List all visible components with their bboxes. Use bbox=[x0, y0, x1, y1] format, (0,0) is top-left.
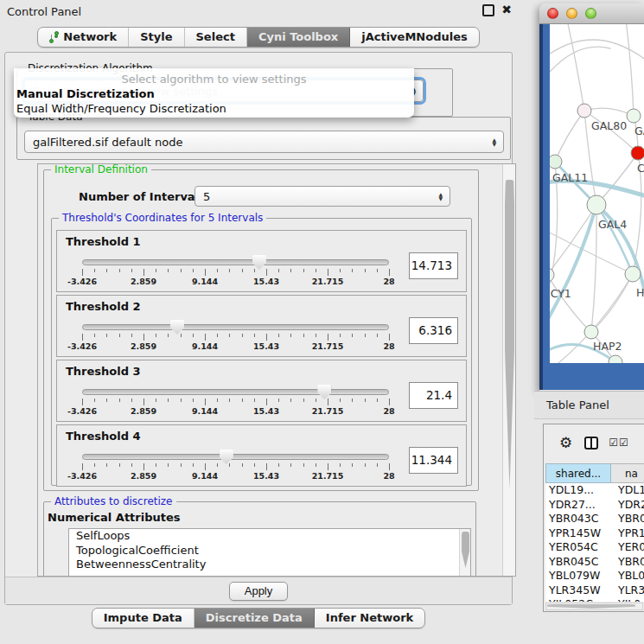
tab-jactivemnodules[interactable]: jActiveMNodules bbox=[350, 28, 479, 47]
close-icon[interactable]: ✖ bbox=[501, 3, 512, 16]
threshold-value-field[interactable]: 6.316 bbox=[409, 317, 458, 344]
table-column-header[interactable]: shared... bbox=[545, 463, 611, 483]
slider-thumb[interactable] bbox=[252, 255, 266, 270]
tab-discretize-data[interactable]: Discretize Data bbox=[194, 609, 315, 628]
table-data-select[interactable]: galFiltered.sif default node ▲▼ bbox=[24, 131, 504, 153]
slider-axis-labels: -3.4262.8599.14415.4321.71528 bbox=[82, 277, 389, 287]
table-row[interactable]: YBR045CYBR0 bbox=[545, 555, 644, 570]
network-canvas[interactable]: GAL80GACGAL11GAL4GCY1HHAP2 bbox=[550, 24, 644, 363]
float-window-icon[interactable] bbox=[482, 4, 494, 16]
threshold-value-field[interactable]: 21.4 bbox=[409, 382, 458, 409]
scrollbar-thumb[interactable] bbox=[505, 180, 514, 489]
table-column-header[interactable]: na bbox=[611, 463, 644, 483]
table-cell[interactable]: YLR3 bbox=[611, 583, 644, 598]
table-row[interactable]: YBR043CYBR0 bbox=[545, 512, 644, 526]
tab-cyni-toolbox[interactable]: Cyni Toolbox bbox=[247, 28, 350, 47]
table-cell[interactable]: YBL079W bbox=[545, 569, 611, 583]
table-row[interactable]: YER054CYER0 bbox=[545, 540, 644, 555]
network-node[interactable] bbox=[609, 355, 622, 363]
table-row[interactable]: YLR345WYLR3 bbox=[545, 583, 644, 598]
close-traffic-light-icon[interactable] bbox=[547, 8, 558, 19]
threshold-slider[interactable]: -3.4262.8599.14415.4321.71528 bbox=[82, 322, 389, 356]
threshold-label: Threshold 1 bbox=[66, 235, 141, 248]
table-cell[interactable]: YIL0 bbox=[611, 597, 644, 602]
network-node-c[interactable] bbox=[631, 146, 644, 160]
network-window-titlebar[interactable] bbox=[539, 3, 644, 24]
table-cell[interactable]: YDL19... bbox=[545, 483, 611, 498]
table-cell[interactable]: YIL052C bbox=[545, 597, 611, 602]
table-cell[interactable]: YPR145W bbox=[545, 526, 611, 541]
network-node-gal11[interactable] bbox=[550, 155, 562, 169]
network-view-window[interactable]: GAL80GACGAL11GAL4GCY1HHAP2 bbox=[539, 3, 644, 391]
table-cell[interactable]: YLR345W bbox=[545, 583, 611, 598]
table-cell[interactable]: YDR2 bbox=[611, 498, 644, 513]
network-node-hap2[interactable] bbox=[584, 325, 598, 339]
tab-select[interactable]: Select bbox=[185, 28, 247, 47]
slider-thumb[interactable] bbox=[170, 320, 184, 335]
columns-icon[interactable] bbox=[584, 437, 598, 450]
threshold-box: Threshold 4-3.4262.8599.14415.4321.71528… bbox=[56, 424, 467, 487]
network-edge bbox=[596, 153, 638, 205]
attribute-list-item[interactable]: SelfLoops bbox=[69, 529, 470, 544]
dropdown-item[interactable]: Manual Discretization bbox=[14, 86, 414, 101]
tab-style[interactable]: Style bbox=[129, 28, 184, 47]
table-row[interactable]: YPR145WYPR1 bbox=[545, 526, 644, 541]
network-node-ga[interactable] bbox=[627, 109, 641, 123]
group-title: Threshold's Coordinates for 5 Intervals bbox=[59, 212, 266, 224]
attributes-scrollbar[interactable] bbox=[459, 529, 470, 577]
table-cell[interactable]: YBR0 bbox=[611, 512, 644, 526]
network-node-gal4[interactable] bbox=[587, 195, 606, 214]
slider-thumb[interactable] bbox=[220, 450, 233, 464]
table-panel: ⚙ ☑☑ shared...na YDL19...YDL1YDR27...YDR… bbox=[543, 424, 644, 612]
network-node-h[interactable] bbox=[625, 266, 641, 282]
threshold-slider[interactable]: -3.4262.8599.14415.4321.71528 bbox=[82, 257, 389, 291]
gear-icon[interactable]: ⚙ bbox=[559, 434, 572, 451]
attribute-list-item[interactable]: BetweennessCentrality bbox=[69, 558, 470, 572]
table-row[interactable]: YDL19...YDL1 bbox=[545, 483, 644, 498]
node-table[interactable]: shared...na YDL19...YDL1YDR27...YDR2YBR0… bbox=[545, 463, 644, 602]
table-cell[interactable]: YDR27... bbox=[545, 498, 611, 513]
number-of-intervals-select[interactable]: 5 ▲▼ bbox=[194, 186, 450, 207]
attributes-list[interactable]: SelfLoopsTopologicalCoefficientBetweenne… bbox=[68, 528, 471, 577]
threshold-value-field[interactable]: 14.713 bbox=[409, 252, 458, 279]
table-header-row[interactable]: shared...na bbox=[545, 463, 644, 483]
slider-thumb[interactable] bbox=[317, 385, 331, 399]
table-cell[interactable]: YPR1 bbox=[611, 526, 644, 541]
minimize-traffic-light-icon[interactable] bbox=[566, 8, 577, 19]
threshold-box: Threshold 1-3.4262.8599.14415.4321.71528… bbox=[56, 230, 467, 292]
threshold-value-field[interactable]: 11.344 bbox=[409, 447, 458, 474]
table-cell[interactable]: YBR0 bbox=[611, 555, 644, 570]
table-data-value: galFiltered.sif default node bbox=[33, 136, 183, 149]
scrollbar-thumb[interactable] bbox=[547, 604, 635, 609]
threshold-slider[interactable]: -3.4262.8599.14415.4321.71528 bbox=[82, 386, 389, 421]
table-cell[interactable]: YBL0 bbox=[611, 569, 644, 583]
dropdown-item[interactable]: Equal Width/Frequency Discretization bbox=[14, 101, 414, 116]
zoom-traffic-light-icon[interactable] bbox=[585, 8, 596, 19]
threshold-slider[interactable]: -3.4262.8599.14415.4321.71528 bbox=[82, 451, 389, 486]
network-edge bbox=[550, 47, 610, 78]
table-row[interactable]: YDR27...YDR2 bbox=[545, 498, 644, 513]
tab-network[interactable]: Network bbox=[38, 28, 129, 47]
table-cell[interactable]: YER054C bbox=[545, 540, 611, 555]
settings-scrollbar[interactable] bbox=[502, 164, 515, 576]
table-cell[interactable]: YBR045C bbox=[545, 555, 611, 570]
tab-infer-network[interactable]: Infer Network bbox=[315, 609, 424, 628]
settings-scroll-area: Interval Definition Number of Intervals … bbox=[37, 163, 516, 577]
table-cell[interactable]: YBR043C bbox=[545, 512, 611, 526]
tab-label: Style bbox=[140, 30, 172, 43]
apply-button[interactable]: Apply bbox=[229, 582, 289, 601]
table-row[interactable]: YIL052CYIL0 bbox=[545, 597, 644, 602]
scrollbar-thumb[interactable] bbox=[462, 532, 469, 568]
slider-track bbox=[82, 389, 389, 395]
table-row[interactable]: YBL079WYBL0 bbox=[545, 569, 644, 583]
tab-impute-data[interactable]: Impute Data bbox=[92, 609, 194, 628]
table-cell[interactable]: YDL1 bbox=[611, 483, 644, 498]
network-node-gcy1[interactable] bbox=[550, 268, 554, 282]
attribute-list-item[interactable]: TopologicalCoefficient bbox=[69, 544, 470, 558]
table-hscrollbar[interactable] bbox=[545, 603, 643, 610]
network-node-gal80[interactable] bbox=[577, 104, 591, 118]
select-columns-checkboxes-icon[interactable]: ☑☑ bbox=[609, 437, 629, 449]
node-label: GAL11 bbox=[552, 171, 588, 184]
table-cell[interactable]: YER0 bbox=[611, 540, 644, 555]
network-icon bbox=[49, 31, 59, 43]
